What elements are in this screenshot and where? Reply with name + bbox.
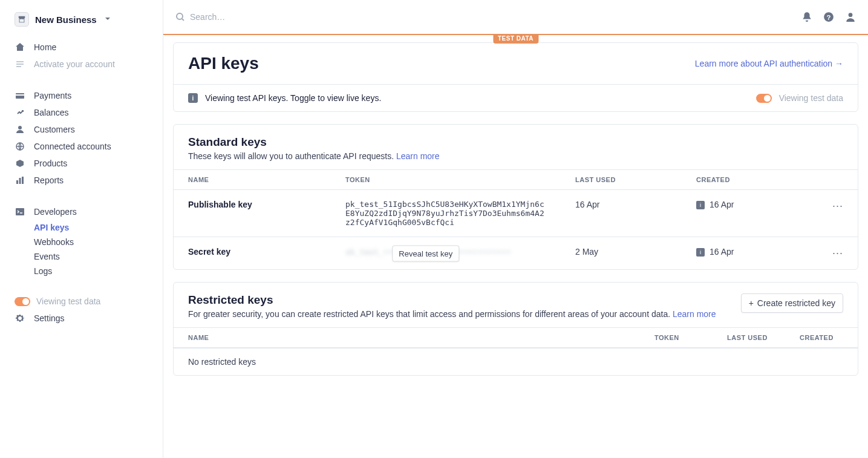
sidebar-item-products[interactable]: Products [0,155,163,172]
store-icon [15,12,29,27]
restricted-learn-more-link[interactable]: Learn more [673,309,716,319]
payments-icon [15,90,25,101]
test-data-label: Viewing test data [36,296,100,306]
customers-icon [15,124,25,135]
last-used: 2 May [561,237,682,270]
publishable-key-token[interactable]: pk_test_51IgbcsSJhC5U83eHKyXTowBM1x1YMjn… [345,200,546,227]
svg-point-2 [18,126,22,129]
topbar: ? [163,0,868,34]
sidebar-item-reports[interactable]: Reports [0,172,163,189]
svg-rect-7 [16,208,24,215]
bell-icon[interactable] [801,11,812,22]
sidebar-sub-events[interactable]: Events [0,249,163,264]
row-actions-menu[interactable]: ··· [818,237,858,270]
col-created: CREATED [682,170,818,190]
restricted-keys-title: Restricted keys [188,293,716,307]
svg-point-11 [849,13,853,17]
svg-rect-4 [16,180,18,184]
sidebar-item-label: Balances [34,108,69,117]
learn-auth-link[interactable]: Learn more about API authentication → [695,59,843,68]
business-switcher[interactable]: New Business [0,7,163,39]
col-name: NAME [174,328,640,348]
list-icon [15,59,25,70]
last-used: 16 Apr [561,190,682,237]
test-data-toggle[interactable] [15,297,30,306]
business-name: New Business [35,15,97,25]
col-created: CREATED [785,328,858,348]
col-last-used: LAST USED [713,328,785,348]
sidebar-sub-logs[interactable]: Logs [0,264,163,278]
sidebar-item-settings[interactable]: Settings [0,310,163,327]
col-token: TOKEN [331,170,561,190]
test-keys-info-row: i Viewing test API keys. Toggle to view … [174,84,858,111]
col-last-used: LAST USED [561,170,682,190]
globe-icon [15,141,25,152]
info-message: Viewing test API keys. Toggle to view li… [205,93,749,103]
standard-learn-more-link[interactable]: Learn more [396,151,440,161]
svg-text:?: ? [827,14,831,21]
sidebar-item-label: Customers [34,125,75,134]
restricted-empty-state: No restricted keys [174,348,858,375]
sidebar-item-label: Payments [34,91,71,100]
created: i16 Apr [682,237,818,270]
sidebar-item-developers[interactable]: Developers [0,203,163,220]
view-test-toggle[interactable] [756,94,772,103]
info-icon[interactable]: i [696,201,705,209]
test-data-strip: TEST DATA [163,34,868,35]
restricted-keys-card: Restricted keys For greater security, yo… [173,282,858,376]
view-test-label: Viewing test data [779,93,843,103]
sidebar-item-balances[interactable]: Balances [0,104,163,121]
page-header-card: API keys Learn more about API authentica… [173,42,858,112]
sidebar-test-toggle-row: Viewing test data [0,293,163,310]
info-icon[interactable]: i [696,248,705,257]
page-title: API keys [188,54,259,73]
row-actions-menu[interactable]: ··· [818,190,858,237]
sidebar-sub-webhooks[interactable]: Webhooks [0,235,163,249]
sidebar: New Business Home Activate your account … [0,0,163,458]
table-row: Secret key sk_test_•••••••••••••••••••••… [174,237,858,270]
create-restricted-key-button[interactable]: + Create restricted key [741,293,843,313]
key-name: Publishable key [174,190,331,237]
search-wrap [175,12,794,22]
svg-rect-0 [16,93,24,99]
products-icon [15,158,25,169]
sidebar-sub-api-keys[interactable]: API keys [0,220,163,235]
sidebar-item-connected[interactable]: Connected accounts [0,138,163,155]
sidebar-item-label: Products [34,159,67,168]
sidebar-item-payments[interactable]: Payments [0,87,163,104]
standard-keys-table: NAME TOKEN LAST USED CREATED Publishable… [174,169,858,269]
topbar-icons: ? [801,11,856,22]
reports-icon [15,175,25,186]
sidebar-item-home[interactable]: Home [0,39,163,56]
col-name: NAME [174,170,331,190]
svg-point-8 [177,13,183,19]
search-input[interactable] [190,12,794,22]
sidebar-item-label: Activate your account [34,59,115,69]
standard-keys-card: Standard keys These keys will allow you … [173,124,858,270]
home-icon [15,42,25,53]
test-data-badge: TEST DATA [493,34,538,44]
sidebar-item-customers[interactable]: Customers [0,121,163,138]
sidebar-item-label: Reports [34,175,64,185]
created: i16 Apr [682,190,818,237]
standard-keys-subtitle: These keys will allow you to authenticat… [188,151,440,161]
sidebar-item-label: Home [34,42,56,52]
sidebar-item-activate[interactable]: Activate your account [0,56,163,73]
terminal-icon [15,206,25,217]
svg-rect-6 [22,177,24,184]
reveal-key-button[interactable]: Reveal test key [392,245,459,261]
sidebar-item-label: Developers [34,207,77,217]
user-icon[interactable] [845,11,856,22]
help-icon[interactable]: ? [823,11,834,22]
restricted-keys-subtitle: For greater security, you can create res… [188,309,716,319]
info-icon: i [188,93,198,103]
sidebar-item-label: Connected accounts [34,142,111,151]
svg-rect-5 [19,178,21,184]
standard-keys-title: Standard keys [188,136,440,149]
plus-icon: + [749,298,754,308]
restricted-keys-table: NAME TOKEN LAST USED CREATED [174,327,858,348]
key-name: Secret key [174,237,331,270]
main-content: ? TEST DATA API keys Learn more about AP… [163,0,868,458]
col-token: TOKEN [640,328,713,348]
sidebar-item-label: Settings [34,313,65,323]
